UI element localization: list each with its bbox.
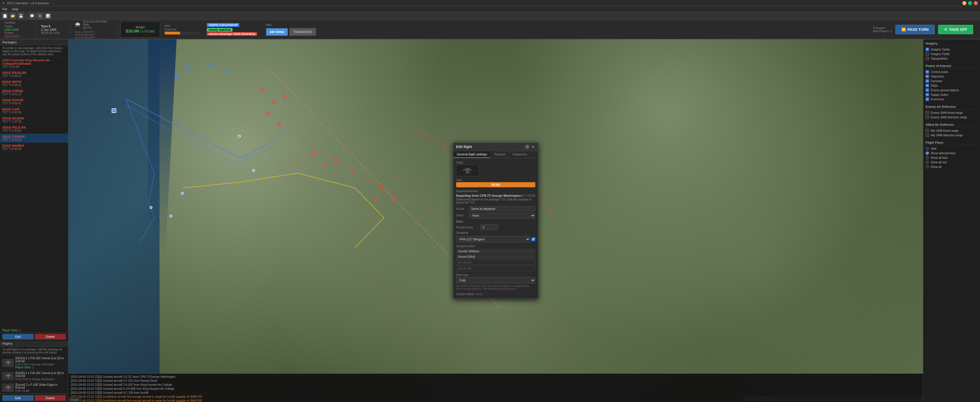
discord-btn[interactable]: 💬 (29, 13, 35, 19)
poi-item-2[interactable]: Objectives (926, 74, 978, 79)
flight-item-1[interactable]: [DEAD] 2 x F/A-18C Hornet (Lot 20) in 0:… (0, 370, 68, 382)
map-marker-r5[interactable] (277, 123, 281, 127)
take-off-btn[interactable]: ✈ TAKE OFF (938, 25, 973, 34)
fp-show-all-radio[interactable] (926, 165, 929, 169)
tab-general[interactable]: General flight settings (453, 151, 490, 158)
arrival-input[interactable] (469, 206, 535, 211)
fp-show-all-red-radio[interactable] (926, 161, 929, 164)
flight-delete-btn[interactable]: Delete (35, 395, 66, 401)
tab-waypoints[interactable]: Waypoints (509, 151, 531, 158)
map-marker-r10[interactable] (323, 163, 326, 166)
package-item-8[interactable]: DEAD CAIMAN TOT T+1:01:54 (0, 134, 68, 143)
enemy-sam-detect[interactable]: Enemy SAM detection range (926, 115, 978, 120)
map-marker-r3[interactable] (283, 95, 286, 98)
menu-file[interactable]: File (2, 7, 7, 11)
settings-btn[interactable]: ⚙ (37, 13, 43, 19)
imagery-check-2[interactable] (926, 52, 929, 56)
map-marker-r12[interactable] (352, 169, 355, 172)
fp-show-all-red[interactable]: Show all red (926, 160, 978, 164)
fp-show-all-blue[interactable]: Show all blue (926, 155, 978, 160)
enemy-sam-threat[interactable]: Enemy SAM threat range (926, 110, 978, 115)
fp-show-selected-blue[interactable]: Show selected blue (926, 151, 978, 155)
dialog-close-btn[interactable]: ✕ (531, 145, 535, 149)
menu-help[interactable]: Help (12, 7, 19, 11)
map-marker-r4[interactable] (266, 112, 269, 115)
poi-marker-1[interactable] (238, 135, 241, 138)
ally-sam-threat-check[interactable] (926, 129, 929, 132)
map-marker-r2[interactable] (272, 100, 275, 104)
poi-check-6[interactable] (926, 93, 929, 96)
air-wing-btn[interactable]: AIR WING (266, 28, 288, 36)
poi-check-2[interactable] (926, 75, 929, 78)
package-item-9[interactable]: DEAD MAMBA TOT T+0:48:59 (0, 143, 68, 152)
chart-btn[interactable]: 📊 (45, 13, 51, 19)
fp-hide-radio[interactable] (926, 147, 929, 150)
imagery-check-3[interactable] (926, 57, 929, 60)
poi-item-5[interactable]: Enemy ground objects (926, 88, 978, 93)
minimize-btn[interactable] (963, 1, 966, 5)
package-item-2[interactable]: DEAD MOTH TOT T+0:45:31 (0, 79, 68, 88)
map-marker-r7[interactable] (391, 197, 395, 201)
package-item-3[interactable]: DEAD HORSE TOT T+0:51:12 (0, 88, 68, 97)
new-file-btn[interactable]: 📄 (2, 13, 8, 19)
map-marker-b3[interactable] (209, 63, 213, 67)
poi-marker-4[interactable] (170, 215, 172, 217)
poi-check-4[interactable] (926, 84, 929, 87)
map-marker-r11[interactable] (334, 157, 338, 161)
poi-marker-2[interactable] (252, 169, 255, 172)
dialog-help-btn[interactable]: ? (525, 145, 530, 149)
start-type-select[interactable]: Cold Warm Hot In Flight (456, 277, 535, 283)
poi-check-7[interactable] (926, 97, 929, 101)
package-item-7[interactable]: DEAD PELICAN TOT T+1:02:54 (0, 124, 68, 134)
package-delete-btn[interactable]: Delete (35, 334, 66, 340)
flight-item-2[interactable]: [Escort] 2 x F-15E Strike Eagle in 0:05:… (0, 382, 68, 394)
map-area[interactable]: ✈ 100 km Leaflet | Powered by Esri | Esr… (68, 39, 923, 402)
pass-turn-btn[interactable]: ⏩ PASS TURN (896, 25, 935, 34)
squadron-select[interactable]: VFA-113 'Stingers' (456, 236, 530, 242)
fp-show-all-blue-radio[interactable] (926, 156, 929, 160)
imagery-item-1[interactable]: Imagery Clarity (926, 47, 978, 52)
divert-select[interactable]: None (469, 213, 535, 219)
poi-check-5[interactable] (926, 88, 929, 92)
task-btn[interactable]: DEAD (456, 182, 535, 187)
map-marker-r8[interactable] (374, 197, 378, 201)
imagery-item-2[interactable]: Imagery Firefly (926, 52, 978, 56)
open-file-btn[interactable]: 📂 (10, 13, 16, 19)
map-marker-b4[interactable] (226, 69, 230, 72)
poi-check-3[interactable] (926, 79, 929, 83)
poi-item-4[interactable]: Ships (926, 83, 978, 88)
imagery-check-1[interactable] (926, 48, 929, 51)
close-btn[interactable] (974, 1, 978, 5)
poi-item-6[interactable]: Supply routes (926, 93, 978, 97)
map-marker-r9[interactable] (312, 152, 315, 155)
poi-marker-3[interactable] (181, 192, 184, 195)
maximize-btn[interactable] (968, 1, 972, 5)
ally-sam-detect[interactable]: Ally SAM detection range (926, 133, 978, 137)
fp-show-all[interactable]: Show all (926, 164, 978, 169)
fp-show-selected-blue-radio[interactable] (926, 152, 929, 155)
package-item-6[interactable]: DEAD IGUANA TOT T+1:07:55 (0, 115, 68, 124)
ally-sam-detect-check[interactable] (926, 134, 929, 137)
tab-payload[interactable]: Payload (490, 151, 509, 158)
imagery-item-3[interactable]: Topographics (926, 56, 978, 61)
save-file-btn[interactable]: 💾 (18, 13, 24, 19)
package-item-1[interactable]: DEAD BASILISK TOT T+0:39:22 (0, 70, 68, 79)
ally-sam-threat[interactable]: Ally SAM threat range (926, 128, 978, 133)
enemy-sam-detect-check[interactable] (926, 115, 929, 119)
enemy-sam-threat-check[interactable] (926, 111, 929, 114)
squadron-checkbox[interactable] (531, 237, 535, 241)
poi-item-7[interactable]: Front lines (926, 97, 978, 102)
poi-marker-5[interactable] (150, 206, 153, 209)
poi-item-1[interactable]: Control points (926, 70, 978, 74)
poi-check-1[interactable] (926, 70, 929, 73)
map-marker-b1[interactable] (175, 75, 178, 78)
flight-item-0[interactable]: [DEAD] 2 x F/A-18C Hornet (Lot 20) in 0:… (0, 356, 68, 370)
map-marker-r6[interactable] (380, 186, 383, 189)
map-marker-r1[interactable] (260, 89, 264, 93)
poi-item-3[interactable]: Factories (926, 79, 978, 83)
package-item-5[interactable]: DEAD LION TOT T+1:02:05 (0, 106, 68, 115)
carrier-marker[interactable]: ✈ (112, 108, 116, 113)
map-marker-b2[interactable] (186, 66, 190, 70)
package-edit-btn[interactable]: Edit (2, 334, 33, 340)
transfers-btn[interactable]: TRANSFERS (290, 28, 316, 36)
